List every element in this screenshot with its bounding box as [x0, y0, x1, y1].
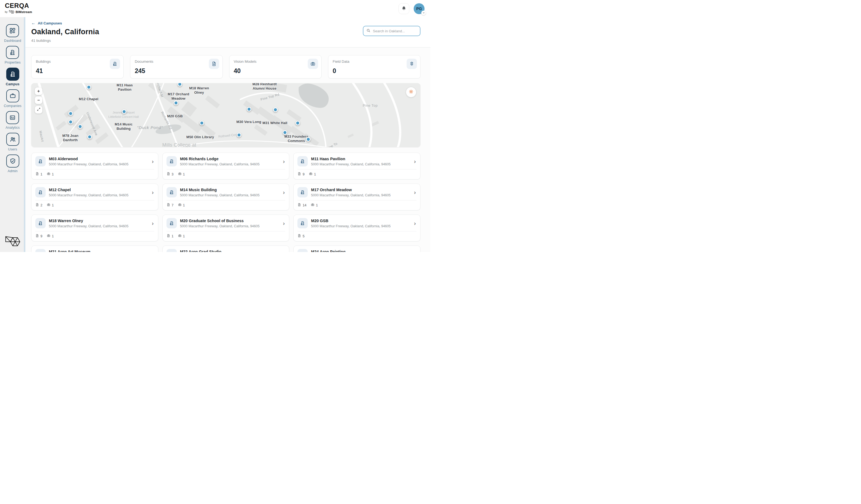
building-map-marker[interactable]	[87, 85, 91, 90]
chevron-right-icon: ›	[283, 220, 285, 226]
building-address: 5000 Macarthur Freeway, Oakland, Califor…	[49, 224, 128, 228]
building-icon	[166, 187, 177, 197]
sidebar-item-properties[interactable]: Properties	[5, 46, 20, 64]
chevron-right-icon: ›	[152, 159, 154, 164]
camera-icon	[309, 172, 313, 177]
building-icon	[297, 249, 308, 252]
document-icon	[297, 234, 301, 239]
stats-row: Buildings41Documents245Vision Models40Fi…	[31, 55, 421, 79]
building-card-footer: 11	[166, 231, 285, 239]
photos-count: 1	[178, 172, 185, 177]
sidebar-item-users[interactable]: Users	[6, 133, 19, 151]
sidebar-item-admin[interactable]: Admin	[6, 154, 19, 173]
building-card[interactable]: M11 Haas Pavilion5000 Macarthur Freeway,…	[293, 153, 421, 179]
app-header: CERQA by BIMstream PG	[0, 0, 430, 17]
building-card-footer: 141	[297, 201, 416, 207]
building-card-footer: 21	[35, 201, 154, 207]
building-name: M18 Warren Olney	[49, 219, 128, 223]
notifications-button[interactable]	[398, 3, 409, 14]
sidebar-item-campus[interactable]: Campus	[6, 68, 19, 86]
chevron-right-icon: ›	[283, 251, 285, 252]
sidebar-item-label: Properties	[5, 60, 20, 64]
page-title: Oakland, California	[31, 28, 421, 36]
building-map-marker[interactable]	[306, 137, 311, 142]
building-address: 5000 Macarthur Freeway, Oakland, Califor…	[311, 162, 391, 166]
building-address: 5000 Macarthur Freeway, Oakland, Califor…	[49, 162, 128, 166]
building-card-footer: 11	[35, 169, 154, 177]
photos-count: 1	[309, 172, 316, 177]
building-map-marker[interactable]	[122, 109, 126, 114]
building-card[interactable]: M18 Warren Olney5000 Macarthur Freeway, …	[31, 215, 158, 242]
chevron-right-icon: ›	[414, 190, 416, 195]
building-address: 5000 Macarthur Freeway, Oakland, Califor…	[180, 224, 260, 228]
building-map-marker[interactable]	[273, 108, 278, 112]
chevron-down-icon	[421, 11, 426, 15]
building-map-marker[interactable]	[200, 121, 204, 125]
photos-count: 1	[178, 234, 185, 239]
building-card[interactable]: M22 Aron Grad Studio5000 Macarthur Freew…	[162, 245, 289, 252]
building-map-marker[interactable]	[237, 133, 242, 137]
search-input[interactable]	[373, 29, 417, 33]
building-card[interactable]: M20 Graduate School of Business5000 Maca…	[162, 215, 289, 242]
building-card[interactable]: M14 Music Building5000 Macarthur Freeway…	[162, 183, 289, 210]
map-zoom-out-button[interactable]: −	[35, 96, 42, 104]
building-card[interactable]: M17 Orchard Meadow5000 Macarthur Freeway…	[293, 183, 421, 210]
stat-value: 0	[333, 67, 336, 75]
stat-label: Documents	[135, 59, 218, 64]
building-map-marker[interactable]	[68, 111, 73, 116]
building-map-marker[interactable]	[78, 124, 83, 129]
building-card[interactable]: M03 Alderwood5000 Macarthur Freeway, Oak…	[31, 153, 158, 179]
layers-icon	[407, 59, 417, 69]
map-style-toggle-button[interactable]	[406, 87, 416, 97]
user-avatar[interactable]: PG	[414, 3, 425, 14]
map-expand-button[interactable]	[35, 106, 42, 113]
building-card[interactable]: M24 Aron Painting5000 Macarthur Freeway,…	[293, 245, 421, 252]
stat-value: 40	[234, 67, 241, 75]
sidebar-item-label: Users	[8, 148, 17, 151]
building-card[interactable]: M12 Chapel5000 Macarthur Freeway, Oaklan…	[31, 183, 158, 210]
photos-count: 1	[47, 203, 54, 207]
building-name: M11 Haas Pavilion	[311, 157, 391, 161]
sidebar-item-label: Campus	[6, 82, 19, 86]
document-icon	[166, 234, 170, 239]
building-card[interactable]: M06 Richards Lodge5000 Macarthur Freeway…	[162, 153, 289, 179]
search-icon	[366, 28, 371, 34]
building-card-footer: 71	[166, 201, 285, 207]
back-to-campuses-link[interactable]: ← All Campuses	[31, 21, 62, 25]
back-arrow-icon: ←	[31, 21, 36, 25]
document-icon	[297, 172, 301, 177]
sidebar-item-dashboard[interactable]: Dashboard	[4, 24, 21, 43]
building-map-marker[interactable]	[87, 135, 92, 139]
building-icon	[297, 156, 308, 166]
building-address: 5000 Macarthur Freeway, Oakland, Califor…	[180, 162, 260, 166]
sun-icon	[409, 89, 414, 95]
documents-count: 9	[35, 234, 42, 239]
building-name: M17 Orchard Meadow	[311, 188, 391, 192]
building-card[interactable]: M21 Aron Art Museum5000 Macarthur Freewa…	[31, 245, 158, 252]
documents-count: 5	[297, 234, 304, 239]
buildings-count: 41 buildings	[31, 39, 421, 43]
campus-map[interactable]: M11 Haas PavilionM18 Warren OlneyM28 Rei…	[31, 83, 421, 147]
sidebar-item-companies[interactable]: Companies	[4, 89, 22, 108]
map-zoom-in-button[interactable]: +	[35, 87, 42, 95]
building-map-marker[interactable]	[296, 121, 300, 125]
chevron-right-icon: ›	[152, 251, 154, 252]
stat-card-field-data: Field Data0	[328, 55, 421, 79]
documents-count: 7	[166, 203, 174, 207]
building-icon	[35, 218, 46, 228]
stat-card-documents: Documents245	[130, 55, 222, 79]
documents-count: 1	[166, 234, 174, 239]
building-map-marker[interactable]	[247, 107, 251, 112]
camera-icon	[178, 234, 182, 239]
document-icon	[35, 203, 39, 207]
building-name: M21 Aron Art Museum	[49, 249, 128, 252]
building-icon	[166, 156, 177, 166]
building-card[interactable]: M20 GSB5000 Macarthur Freeway, Oakland, …	[293, 215, 421, 242]
building-map-marker[interactable]	[174, 101, 178, 105]
camera-icon	[47, 172, 51, 177]
sidebar-item-analytics[interactable]: Analytics	[6, 111, 20, 130]
building-icon	[110, 59, 120, 69]
building-map-marker[interactable]	[68, 120, 73, 124]
building-address: 5000 Macarthur Freeway, Oakland, Califor…	[311, 224, 391, 228]
building-map-marker[interactable]	[283, 130, 287, 135]
